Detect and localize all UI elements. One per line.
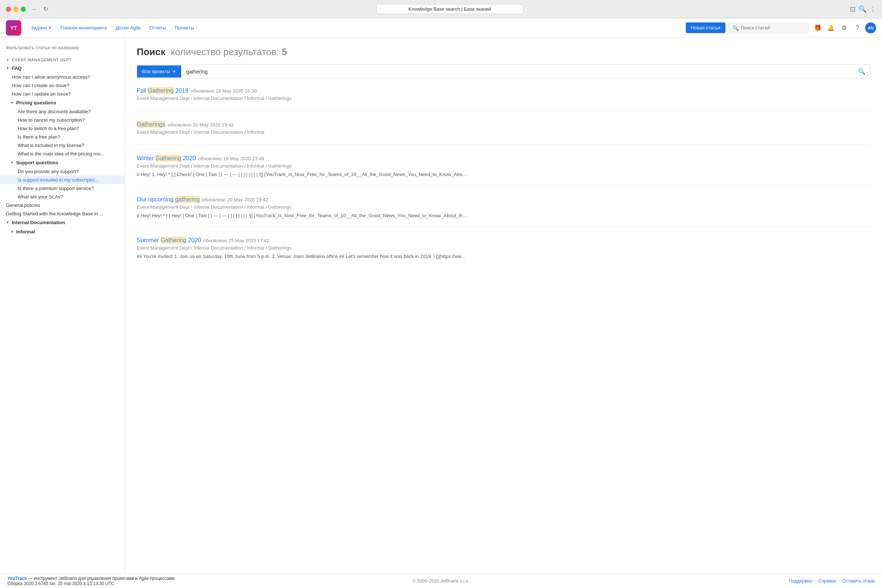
sidebar-filter-input[interactable] bbox=[6, 45, 119, 50]
maximize-traffic-light[interactable] bbox=[21, 7, 26, 12]
result-title-1: Fall Gathering 2019 обновлено 16 May 202… bbox=[137, 87, 870, 94]
nav-reports-label: Отчеты bbox=[150, 25, 166, 30]
result-title-part-1-2: 2019 bbox=[174, 87, 189, 94]
sidebar-group-internal-docs[interactable]: ▼ Internal Documentation bbox=[0, 218, 124, 227]
nav-reports[interactable]: Отчеты bbox=[146, 23, 170, 33]
sidebar-item-getting-started[interactable]: Getting Started with the Knowledge Base … bbox=[0, 210, 124, 218]
browser-search-icon[interactable]: 🔍 bbox=[858, 5, 867, 13]
footer-feedback-link[interactable]: Оставить отзыв bbox=[842, 579, 874, 584]
nav-projects-label: Проекты bbox=[175, 25, 194, 30]
footer-center: © 2009–2020 JetBrains s.r.o. bbox=[297, 579, 586, 584]
footer-youtrack-link[interactable]: YouTrack bbox=[8, 576, 27, 581]
browser-more-icon[interactable]: ⋮ bbox=[870, 5, 876, 13]
sidebar-item-license[interactable]: What is included in my license? bbox=[0, 141, 124, 150]
sidebar-item-cancel-subscription[interactable]: How to cancel my subscription? bbox=[0, 116, 124, 124]
new-article-button[interactable]: Новая статья bbox=[686, 22, 726, 33]
nav-tasks-label: Задачи bbox=[31, 25, 47, 30]
sidebar-item-discounts[interactable]: Are there any discounts available? bbox=[0, 107, 124, 116]
browser-chrome: ← ↻ Knowledge Base search | База знаний … bbox=[0, 0, 882, 18]
minimize-traffic-light[interactable] bbox=[13, 7, 18, 12]
logo[interactable]: YT bbox=[6, 20, 21, 36]
result-updated-5: обновлено 25 May 2020 17:42 bbox=[203, 238, 269, 243]
sidebar-group-informal[interactable]: ▼ Informal bbox=[0, 227, 124, 236]
sidebar-item-free-plan-switch[interactable]: How to switch to a free plan? bbox=[0, 124, 124, 133]
footer-separator-1: · bbox=[813, 579, 816, 584]
traffic-lights bbox=[6, 7, 26, 12]
project-dropdown-button[interactable]: Все проекты ▼ bbox=[137, 65, 181, 78]
result-title-5: Summer Gathering 2020 обновлено 25 May 2… bbox=[137, 237, 870, 244]
result-path-1: Event Management Dept / Internal Documen… bbox=[137, 96, 870, 101]
header-search-input[interactable] bbox=[741, 25, 805, 30]
result-link-5[interactable]: Summer Gathering 2020 bbox=[137, 237, 201, 244]
content-area: Поиск количество результатов: 5 Все прое… bbox=[125, 38, 882, 573]
sidebar-group-support[interactable]: ▼ Support questions bbox=[0, 158, 124, 167]
logo-text: YT bbox=[10, 25, 17, 31]
refresh-button[interactable]: ↻ bbox=[42, 4, 50, 14]
sidebar-item-provide-support[interactable]: Do you provide any support? bbox=[0, 167, 124, 176]
result-item-3: Winter Gathering 2020 обновлено 19 May 2… bbox=[137, 155, 870, 186]
result-updated-2: обновлено 20 May 2020 19:42 bbox=[168, 122, 234, 128]
sidebar-item-slas[interactable]: What are your SLAs? bbox=[0, 193, 124, 201]
result-snippet-4: # Hey! Hey! * [ ] Hey! | One | Two | | -… bbox=[137, 212, 468, 219]
help-icon[interactable]: ? bbox=[852, 22, 863, 33]
footer-description: — инструмент JetBrains для управления пр… bbox=[28, 576, 175, 581]
sidebar-item-free-plan[interactable]: Is there a free plan? bbox=[0, 133, 124, 141]
result-link-3[interactable]: Winter Gathering 2020 bbox=[137, 155, 196, 162]
search-results: Fall Gathering 2019 обновлено 16 May 202… bbox=[137, 87, 870, 267]
result-item-4: Our upcoming gathering обновлено 20 May … bbox=[137, 196, 870, 227]
result-title-4: Our upcoming gathering обновлено 20 May … bbox=[137, 196, 870, 203]
close-traffic-light[interactable] bbox=[6, 7, 11, 12]
result-item-5: Summer Gathering 2020 обновлено 25 May 2… bbox=[137, 237, 870, 267]
sidebar-group-pricing[interactable]: ▼ Pricing questions bbox=[0, 98, 124, 107]
informal-arrow: ▼ bbox=[10, 230, 14, 234]
bell-icon[interactable]: 🔔 bbox=[825, 22, 836, 33]
sidebar-item-create-issue[interactable]: How can I create an issue? bbox=[0, 81, 124, 90]
result-updated-3: обновлено 19 May 2020 23:49 bbox=[198, 156, 264, 161]
result-title-part-1-1: Fall bbox=[137, 87, 148, 94]
nav-agile-label: Доски Agile bbox=[116, 25, 141, 30]
settings-icon[interactable]: ⚙ bbox=[838, 22, 850, 33]
result-link-2[interactable]: Gatherings bbox=[137, 121, 165, 128]
sidebar-group-faq[interactable]: ▼ FAQ bbox=[0, 64, 124, 73]
search-query-input[interactable] bbox=[181, 65, 854, 78]
nav-agile-boards[interactable]: Доски Agile bbox=[112, 23, 144, 33]
search-submit-button[interactable]: 🔍 bbox=[854, 64, 870, 78]
gift-icon[interactable]: 🎁 bbox=[812, 22, 823, 33]
back-button[interactable]: ← bbox=[30, 4, 39, 14]
result-item-1: Fall Gathering 2019 обновлено 16 May 202… bbox=[137, 87, 870, 111]
sidebar-item-update-issue[interactable]: How can I update an issue? bbox=[0, 90, 124, 98]
result-highlight-3-1: Gathering bbox=[156, 155, 181, 162]
nav-projects[interactable]: Проекты bbox=[171, 23, 198, 33]
footer-support-link[interactable]: Поддержка bbox=[789, 579, 812, 584]
result-path-3: Event Management Dept / Internal Documen… bbox=[137, 163, 870, 169]
search-bar: Все проекты ▼ 🔍 bbox=[137, 64, 870, 79]
result-link-4[interactable]: Our upcoming gathering bbox=[137, 196, 200, 203]
result-title-3: Winter Gathering 2020 обновлено 19 May 2… bbox=[137, 155, 870, 162]
header-search-box[interactable]: 🔍 bbox=[728, 23, 809, 33]
sidebar-item-support-included[interactable]: Is support included in my subscriptio... bbox=[0, 176, 124, 184]
pricing-arrow: ▼ bbox=[10, 101, 14, 105]
page-title-prefix: Поиск bbox=[137, 46, 165, 57]
sidebar-section-event-mgmt[interactable]: ▼ EVENT MANAGEMENT DEPT bbox=[0, 55, 124, 64]
nav-tasks[interactable]: Задачи ▼ bbox=[27, 23, 56, 33]
nav-dashboards[interactable]: Панели мониторинга bbox=[57, 23, 111, 33]
sidebar-item-anon-access[interactable]: How can I allow anonymous access? bbox=[0, 73, 124, 81]
sidebar: ▼ EVENT MANAGEMENT DEPT ▼ FAQ How can I … bbox=[0, 38, 125, 573]
result-highlight-5-1: Gathering bbox=[160, 237, 186, 244]
screen-capture-icon[interactable]: ⊡ bbox=[850, 5, 855, 13]
result-title-2: Gatherings обновлено 20 May 2020 19:42 bbox=[137, 121, 870, 128]
sidebar-item-general-policies[interactable]: General policies bbox=[0, 201, 124, 210]
sidebar-item-premium-support[interactable]: Is there a premium support service? bbox=[0, 184, 124, 193]
result-updated-1: обновлено 16 May 2020 16:30 bbox=[191, 88, 257, 94]
result-link-1[interactable]: Fall Gathering 2019 bbox=[137, 87, 189, 94]
search-submit-icon: 🔍 bbox=[858, 68, 866, 75]
footer-left: YouTrack — инструмент JetBrains для упра… bbox=[8, 576, 297, 586]
result-item-2: Gatherings обновлено 20 May 2020 19:42 E… bbox=[137, 121, 870, 145]
address-bar[interactable]: Knowledge Base search | База знаний bbox=[376, 4, 524, 14]
footer-help-link[interactable]: Справка bbox=[818, 579, 836, 584]
internal-docs-label: Internal Documentation bbox=[12, 220, 65, 225]
browser-actions: ⊡ 🔍 ⋮ bbox=[850, 5, 876, 13]
avatar[interactable]: AN bbox=[865, 22, 876, 33]
sidebar-item-pricing-model[interactable]: What is the main idea of the pricing mo.… bbox=[0, 150, 124, 158]
support-arrow: ▼ bbox=[10, 160, 14, 165]
